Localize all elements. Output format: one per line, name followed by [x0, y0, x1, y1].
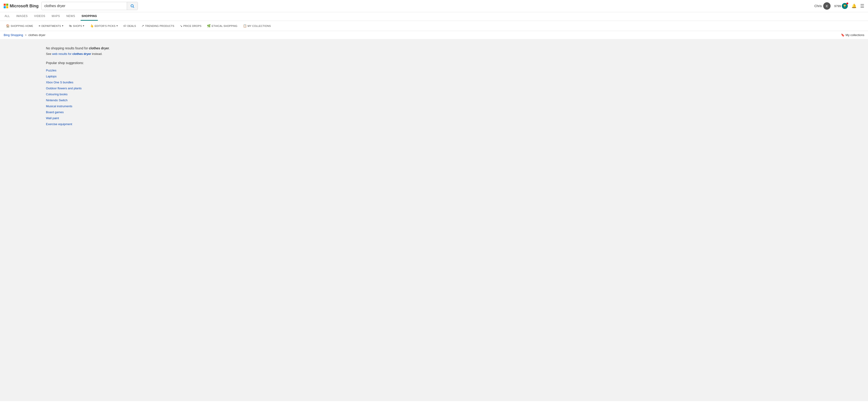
price-drops-label: PRICE DROPS	[183, 25, 202, 27]
deals-label: DEALS	[127, 25, 136, 27]
no-results-message: No shopping results found for clothes dr…	[46, 46, 822, 51]
editors-picks-link[interactable]: 👆 EDITOR'S PICKS ▾	[88, 23, 120, 29]
editors-picks-label: EDITOR'S PICKS	[95, 25, 116, 27]
points-badge[interactable]: 9799 🏆	[834, 3, 848, 9]
search-form	[41, 2, 138, 10]
home-icon: 🏠	[6, 24, 10, 28]
shopping-nav: 🏠 SHOPPING HOME ≡ DEPARTMENTS ▾ 🛍 SHOPS …	[0, 21, 868, 31]
my-collections-nav-label: MY COLLECTIONS	[248, 25, 271, 27]
breadcrumb-separator: >	[25, 33, 27, 37]
suggestion-musical-instruments[interactable]: Musical instruments	[46, 103, 822, 109]
price-drops-icon: ↘	[180, 24, 182, 28]
shops-link[interactable]: 🛍 SHOPS ▾	[67, 23, 87, 29]
tab-news[interactable]: NEWS	[65, 12, 76, 21]
shops-label: SHOPS	[73, 25, 82, 27]
search-input[interactable]	[41, 2, 127, 10]
no-results-query: clothes dryer	[89, 46, 109, 50]
shop-icon: 🛍	[69, 24, 72, 28]
rewards-icon: 🏆	[842, 3, 848, 9]
web-results-link[interactable]: web results for clothes dryer	[52, 52, 91, 56]
trending-link[interactable]: ↗ TRENDING PRODUCTS	[139, 23, 177, 29]
editors-icon: 👆	[90, 24, 94, 28]
suggestion-colouring-books[interactable]: Colouring books	[46, 91, 822, 97]
my-collections-link[interactable]: 🔖 My collections	[841, 33, 864, 37]
deals-link[interactable]: 🏷 DEALS	[121, 23, 138, 29]
logo-text: Microsoft Bing	[10, 4, 39, 8]
search-icon	[130, 4, 134, 8]
shopping-home-label: SHOPPING HOME	[10, 25, 33, 27]
suggestion-outdoor-flowers[interactable]: Outdoor flowers and plants	[46, 86, 822, 91]
departments-chevron-icon: ▾	[62, 24, 63, 27]
header-right: Chris C 9799 🏆 🔔 ☰	[814, 2, 864, 10]
suggestion-exercise-equipment[interactable]: Exercise equipment	[46, 121, 822, 127]
trending-icon: ↗	[142, 24, 144, 28]
tab-shopping[interactable]: SHOPPING	[81, 12, 98, 21]
ethical-icon: 🌿	[207, 24, 211, 28]
departments-label: DEPARTMENTS	[41, 25, 61, 27]
microsoft-logo	[4, 4, 8, 8]
suggestion-xbox[interactable]: Xbox One S bundles	[46, 80, 822, 86]
search-button[interactable]	[127, 2, 137, 10]
main-content: No shopping results found for clothes dr…	[0, 39, 868, 401]
breadcrumb-home-link[interactable]: Bing Shopping	[4, 33, 23, 37]
no-results-prefix: No shopping results found for	[46, 46, 89, 50]
user-name: Chris	[814, 4, 822, 8]
suggestion-laptops[interactable]: Laptops	[46, 73, 822, 80]
my-collections-label: My collections	[845, 33, 864, 37]
avatar: C	[823, 2, 831, 10]
tab-all[interactable]: ALL	[4, 12, 11, 21]
breadcrumb-current: clothes dryer	[28, 33, 45, 37]
suggestion-nintendo[interactable]: Nintendo Switch	[46, 97, 822, 103]
points-number: 9799	[834, 4, 841, 8]
see-web-suffix: instead.	[91, 52, 102, 56]
see-web-prefix: See	[46, 52, 52, 56]
menu-button[interactable]: ☰	[860, 3, 864, 9]
tab-videos[interactable]: VIDEOS	[33, 12, 46, 21]
my-collections-nav-link[interactable]: 📋 MY COLLECTIONS	[241, 23, 273, 29]
breadcrumb-bar: Bing Shopping > clothes dryer 🔖 My colle…	[0, 31, 868, 39]
list-icon: ≡	[39, 24, 40, 28]
suggestion-board-games[interactable]: Board games	[46, 109, 822, 115]
shops-chevron-icon: ▾	[83, 24, 84, 27]
suggestion-puzzles[interactable]: Puzzles	[46, 67, 822, 73]
svg-point-0	[131, 5, 133, 7]
editors-chevron-icon: ▾	[117, 24, 118, 27]
popular-suggestions-header: Popular shop suggestions:	[46, 61, 822, 65]
tab-maps[interactable]: MAPS	[51, 12, 61, 21]
svg-line-1	[133, 7, 134, 8]
price-drops-link[interactable]: ↘ PRICE DROPS	[178, 23, 204, 29]
user-info[interactable]: Chris C	[814, 2, 831, 10]
ethical-label: ETHICAL SHOPPING	[212, 25, 238, 27]
shopping-home-link[interactable]: 🏠 SHOPPING HOME	[4, 23, 35, 29]
departments-link[interactable]: ≡ DEPARTMENTS ▾	[36, 23, 66, 29]
suggestion-wall-paint[interactable]: Wall paint	[46, 115, 822, 121]
bookmark-icon: 🔖	[841, 33, 844, 37]
collections-nav-icon: 📋	[243, 24, 247, 28]
no-results-period: .	[109, 46, 110, 50]
suggestions-list: Puzzles Laptops Xbox One S bundles Outdo…	[46, 67, 822, 127]
see-web-message: See web results for clothes dryer instea…	[46, 52, 822, 56]
header: Microsoft Bing Chris C 9799 🏆 🔔 ☰	[0, 0, 868, 12]
nav-tabs: ALL IMAGES VIDEOS MAPS NEWS SHOPPING	[0, 12, 868, 21]
logo-link[interactable]: Microsoft Bing	[4, 4, 39, 8]
notification-button[interactable]: 🔔	[851, 3, 857, 8]
trending-label: TRENDING PRODUCTS	[145, 25, 174, 27]
breadcrumb: Bing Shopping > clothes dryer	[4, 33, 45, 37]
deals-icon: 🏷	[123, 24, 126, 28]
ethical-shopping-link[interactable]: 🌿 ETHICAL SHOPPING	[205, 23, 240, 29]
tab-images[interactable]: IMAGES	[16, 12, 29, 21]
